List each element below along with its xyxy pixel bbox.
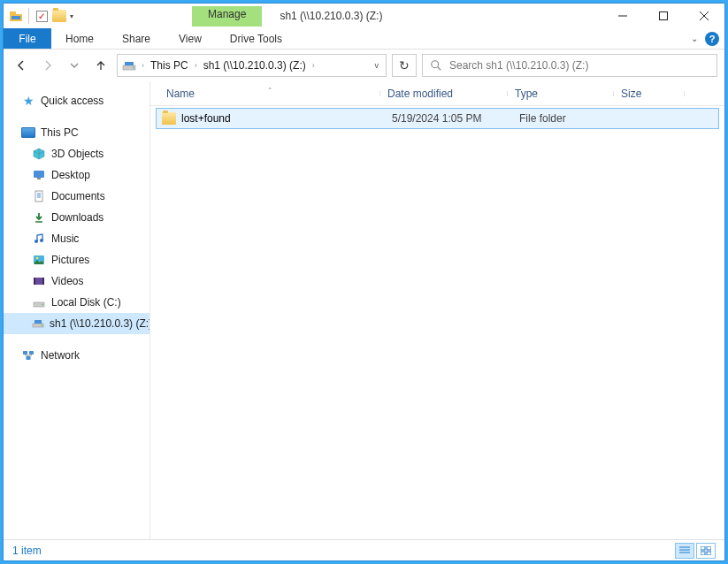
sidebar-item-label: Documents <box>51 190 105 202</box>
desktop-icon <box>32 168 46 182</box>
svg-rect-13 <box>37 178 41 179</box>
svg-line-11 <box>438 67 441 71</box>
sidebar-item-this-pc[interactable]: This PC <box>4 122 149 143</box>
svg-rect-2 <box>11 16 20 19</box>
search-icon <box>430 59 442 72</box>
network-drive-icon <box>32 316 44 331</box>
drive-icon <box>32 295 46 309</box>
sidebar-item-label: sh1 (\\10.210.0.3) (Z:) <box>50 317 150 330</box>
svg-point-20 <box>40 239 43 242</box>
help-icon[interactable]: ? <box>705 32 719 46</box>
recent-locations-button[interactable] <box>64 55 85 76</box>
minimize-button[interactable] <box>602 4 643 28</box>
forward-button[interactable] <box>37 55 58 76</box>
svg-point-27 <box>42 304 43 306</box>
breadcrumb-segment[interactable]: This PC <box>147 55 192 76</box>
svg-rect-24 <box>34 278 35 285</box>
svg-rect-4 <box>660 12 668 20</box>
column-header-name[interactable]: Name ˄ <box>159 88 380 100</box>
sidebar-item-label: Pictures <box>51 254 89 266</box>
svg-rect-32 <box>29 351 34 354</box>
svg-rect-8 <box>125 62 134 65</box>
content-area: ★ Quick access This PC 3D Objects Deskto… <box>4 81 724 539</box>
properties-icon[interactable]: ✓ <box>34 9 49 23</box>
folder-icon <box>162 111 176 126</box>
status-bar: 1 item <box>4 539 724 560</box>
ribbon-collapse-icon[interactable]: ⌄ <box>691 34 698 43</box>
sidebar-item-label: Local Disk (C:) <box>51 296 121 309</box>
sidebar-item-local-disk[interactable]: Local Disk (C:) <box>4 292 149 313</box>
column-header-date[interactable]: Date modified <box>380 88 508 100</box>
search-input[interactable]: Search sh1 (\\10.210.0.3) (Z:) <box>422 54 717 77</box>
drive-icon <box>121 57 137 73</box>
back-button[interactable] <box>11 55 32 76</box>
address-bar[interactable]: › This PC › sh1 (\\10.210.0.3) (Z:) › v <box>117 54 387 77</box>
download-icon <box>32 210 46 225</box>
file-list[interactable]: lost+found 5/19/2024 1:05 PM File folder <box>150 106 724 539</box>
svg-point-19 <box>34 240 38 243</box>
up-button[interactable] <box>90 55 111 76</box>
tab-home[interactable]: Home <box>51 28 108 49</box>
separator <box>28 8 29 24</box>
sidebar-item-desktop[interactable]: Desktop <box>4 164 149 186</box>
quick-access-toolbar: ✓ ▾ <box>4 8 77 24</box>
column-header-size[interactable]: Size <box>614 88 685 100</box>
ribbon-context-label: Manage <box>192 6 262 27</box>
close-button[interactable] <box>684 4 724 28</box>
chevron-right-icon[interactable]: › <box>139 61 147 70</box>
breadcrumb-segment[interactable]: sh1 (\\10.210.0.3) (Z:) <box>200 55 310 76</box>
file-list-pane: Name ˄ Date modified Type Size lost+foun… <box>150 81 724 539</box>
sidebar-item-3d-objects[interactable]: 3D Objects <box>4 143 149 164</box>
svg-rect-1 <box>10 11 16 15</box>
window-title: sh1 (\\10.210.0.3) (Z:) <box>262 10 602 22</box>
file-tab[interactable]: File <box>4 28 51 49</box>
titlebar: ✓ ▾ Manage sh1 (\\10.210.0.3) (Z:) <box>4 4 724 28</box>
svg-rect-14 <box>35 191 42 202</box>
cube-icon <box>32 147 46 161</box>
svg-rect-37 <box>701 546 705 550</box>
sidebar-item-pictures[interactable]: Pictures <box>4 249 149 271</box>
svg-point-30 <box>41 324 42 326</box>
star-icon: ★ <box>21 94 35 108</box>
column-header-type[interactable]: Type <box>508 88 614 100</box>
search-placeholder: Search sh1 (\\10.210.0.3) (Z:) <box>449 59 588 72</box>
sidebar-item-documents[interactable]: Documents <box>4 186 149 207</box>
tab-share[interactable]: Share <box>108 28 165 49</box>
svg-rect-31 <box>23 351 27 354</box>
sidebar-item-label: Quick access <box>41 95 103 107</box>
view-mode-toggles <box>675 543 716 559</box>
svg-rect-38 <box>707 546 711 550</box>
pictures-icon <box>32 253 46 267</box>
svg-rect-12 <box>34 171 44 178</box>
window-controls <box>602 4 724 28</box>
sidebar-item-label: This PC <box>41 126 79 139</box>
navigation-pane: ★ Quick access This PC 3D Objects Deskto… <box>4 81 150 539</box>
thumbnails-view-button[interactable] <box>696 543 716 559</box>
sidebar-item-network[interactable]: Network <box>4 345 149 366</box>
tab-drive-tools[interactable]: Drive Tools <box>216 28 296 49</box>
sidebar-item-label: 3D Objects <box>51 148 103 160</box>
videos-icon <box>32 274 46 288</box>
maximize-button[interactable] <box>643 4 684 28</box>
chevron-right-icon[interactable]: › <box>192 61 200 70</box>
tab-view[interactable]: View <box>165 28 216 49</box>
new-folder-icon[interactable] <box>52 9 66 23</box>
sidebar-item-network-drive[interactable]: sh1 (\\10.210.0.3) (Z:) <box>4 313 149 334</box>
address-dropdown-icon[interactable]: v <box>370 61 385 70</box>
svg-rect-29 <box>34 320 42 324</box>
sidebar-item-music[interactable]: Music <box>4 228 149 249</box>
explorer-app-icon <box>9 9 23 23</box>
sidebar-item-videos[interactable]: Videos <box>4 271 149 292</box>
sidebar-item-quick-access[interactable]: ★ Quick access <box>4 90 149 111</box>
svg-rect-39 <box>701 552 705 555</box>
details-view-button[interactable] <box>675 543 694 559</box>
music-icon <box>32 232 46 246</box>
svg-point-22 <box>36 257 39 260</box>
chevron-right-icon[interactable]: › <box>310 61 318 70</box>
sidebar-item-downloads[interactable]: Downloads <box>4 207 149 228</box>
sort-ascending-icon: ˄ <box>268 87 272 95</box>
qat-dropdown-icon[interactable]: ▾ <box>70 12 77 20</box>
breadcrumb: This PC › sh1 (\\10.210.0.3) (Z:) › <box>147 55 318 76</box>
file-row[interactable]: lost+found 5/19/2024 1:05 PM File folder <box>156 108 719 129</box>
refresh-button[interactable]: ↻ <box>392 54 417 77</box>
